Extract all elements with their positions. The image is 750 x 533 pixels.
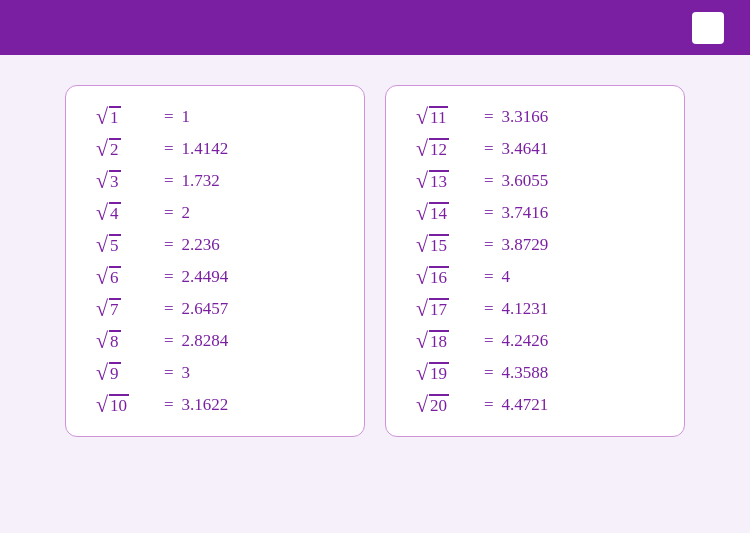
equals-sign: = (164, 299, 174, 319)
equals-sign: = (484, 171, 494, 191)
sqrt-value: 2.6457 (182, 299, 229, 319)
sqrt-expr: √5 (96, 234, 156, 256)
sqrt-row: √15=3.8729 (416, 234, 654, 256)
radical-sign: √ (416, 234, 428, 256)
equals-sign: = (484, 363, 494, 383)
equals-sign: = (164, 267, 174, 287)
radical-sign: √ (96, 202, 108, 224)
equals-sign: = (484, 395, 494, 415)
radical-sign: √ (96, 362, 108, 384)
sqrt-expr: √20 (416, 394, 476, 416)
sqrt-value: 2.236 (182, 235, 220, 255)
equals-sign: = (484, 267, 494, 287)
sqrt-row: √17=4.1231 (416, 298, 654, 320)
radicand: 3 (109, 170, 121, 192)
sqrt-row: √12=3.4641 (416, 138, 654, 160)
sqrt-expr: √17 (416, 298, 476, 320)
sqrt-value: 1.4142 (182, 139, 229, 159)
radicand: 11 (429, 106, 448, 128)
sqrt-expr: √3 (96, 170, 156, 192)
sqrt-value: 2.8284 (182, 331, 229, 351)
sqrt-value: 4.4721 (502, 395, 549, 415)
radicand: 15 (429, 234, 449, 256)
equals-sign: = (164, 395, 174, 415)
radicand: 19 (429, 362, 449, 384)
equals-sign: = (484, 235, 494, 255)
main-content: √1=1√2=1.4142√3=1.732√4=2√5=2.236√6=2.44… (0, 55, 750, 467)
equals-sign: = (484, 203, 494, 223)
sqrt-expr: √12 (416, 138, 476, 160)
sqrt-value: 4.2426 (502, 331, 549, 351)
sqrt-expr: √9 (96, 362, 156, 384)
sqrt-value: 4.3588 (502, 363, 549, 383)
sqrt-row: √2=1.4142 (96, 138, 334, 160)
radical-sign: √ (416, 298, 428, 320)
radical-sign: √ (416, 106, 428, 128)
sqrt-row: √3=1.732 (96, 170, 334, 192)
sqrt-value: 4 (502, 267, 511, 287)
radical-sign: √ (96, 170, 108, 192)
radical-sign: √ (96, 330, 108, 352)
radical-sign: √ (416, 202, 428, 224)
radical-sign: √ (96, 106, 108, 128)
sqrt-value: 3.1622 (182, 395, 229, 415)
sqrt-row: √14=3.7416 (416, 202, 654, 224)
sqrt-row: √6=2.4494 (96, 266, 334, 288)
sqrt-value: 3.7416 (502, 203, 549, 223)
radicand: 20 (429, 394, 449, 416)
left-card: √1=1√2=1.4142√3=1.732√4=2√5=2.236√6=2.44… (65, 85, 365, 437)
radicand: 8 (109, 330, 121, 352)
sqrt-expr: √11 (416, 106, 476, 128)
radicand: 10 (109, 394, 129, 416)
sqrt-row: √7=2.6457 (96, 298, 334, 320)
radicand: 12 (429, 138, 449, 160)
radicand: 4 (109, 202, 121, 224)
radical-sign: √ (416, 266, 428, 288)
sqrt-expr: √1 (96, 106, 156, 128)
sqrt-row: √8=2.8284 (96, 330, 334, 352)
sqrt-value: 3.8729 (502, 235, 549, 255)
radicand: 1 (109, 106, 121, 128)
radical-sign: √ (416, 170, 428, 192)
sqrt-expr: √2 (96, 138, 156, 160)
byju-logo-box (692, 12, 724, 44)
sqrt-expr: √8 (96, 330, 156, 352)
sqrt-row: √19=4.3588 (416, 362, 654, 384)
equals-sign: = (164, 203, 174, 223)
radicand: 16 (429, 266, 449, 288)
equals-sign: = (484, 139, 494, 159)
sqrt-row: √20=4.4721 (416, 394, 654, 416)
sqrt-expr: √6 (96, 266, 156, 288)
sqrt-expr: √16 (416, 266, 476, 288)
byju-logo (692, 12, 730, 44)
radical-sign: √ (96, 394, 108, 416)
radicand: 5 (109, 234, 121, 256)
sqrt-expr: √18 (416, 330, 476, 352)
radical-sign: √ (416, 394, 428, 416)
sqrt-row: √18=4.2426 (416, 330, 654, 352)
sqrt-row: √11=3.3166 (416, 106, 654, 128)
sqrt-row: √5=2.236 (96, 234, 334, 256)
sqrt-value: 3.6055 (502, 171, 549, 191)
radical-sign: √ (96, 266, 108, 288)
equals-sign: = (164, 363, 174, 383)
radicand: 18 (429, 330, 449, 352)
equals-sign: = (164, 107, 174, 127)
sqrt-value: 4.1231 (502, 299, 549, 319)
sqrt-value: 3.3166 (502, 107, 549, 127)
sqrt-value: 1 (182, 107, 191, 127)
sqrt-expr: √10 (96, 394, 156, 416)
radical-sign: √ (96, 138, 108, 160)
page-header (0, 0, 750, 55)
sqrt-value: 3 (182, 363, 191, 383)
radicand: 13 (429, 170, 449, 192)
radicand: 14 (429, 202, 449, 224)
radical-sign: √ (416, 362, 428, 384)
sqrt-value: 2.4494 (182, 267, 229, 287)
sqrt-row: √13=3.6055 (416, 170, 654, 192)
sqrt-row: √10=3.1622 (96, 394, 334, 416)
radicand: 17 (429, 298, 449, 320)
right-card: √11=3.3166√12=3.4641√13=3.6055√14=3.7416… (385, 85, 685, 437)
equals-sign: = (484, 107, 494, 127)
equals-sign: = (164, 171, 174, 191)
